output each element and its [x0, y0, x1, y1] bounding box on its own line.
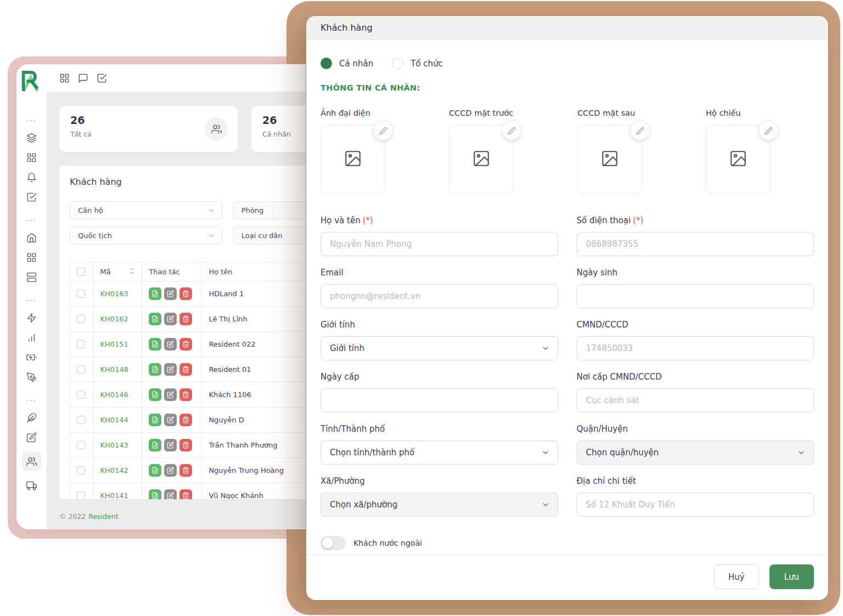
sidebar-item-bar-chart-icon[interactable] — [26, 332, 37, 343]
sidebar-item-edit-icon[interactable] — [26, 432, 37, 443]
stat-cards: 26Tất cả26Cá nhân — [59, 106, 316, 152]
customer-code: KH0163 — [93, 281, 142, 307]
chevron-down-icon — [207, 207, 215, 214]
edit-square-icon[interactable] — [164, 287, 177, 300]
sidebar-item-truck-icon[interactable] — [26, 480, 37, 491]
file-text-icon[interactable] — [149, 414, 161, 426]
sidebar-item-home-icon[interactable] — [26, 232, 37, 243]
row-checkbox[interactable] — [77, 365, 85, 374]
file-text-icon[interactable] — [149, 489, 161, 499]
noi-cap-cmnd-cccd-input[interactable] — [577, 388, 814, 412]
trash-icon[interactable] — [179, 489, 192, 499]
chat-icon[interactable] — [78, 73, 88, 83]
row-checkbox[interactable] — [77, 441, 85, 449]
trash-icon[interactable] — [179, 363, 192, 376]
pencil-icon[interactable] — [759, 121, 778, 140]
sidebar-item-server-icon[interactable] — [26, 272, 37, 282]
sidebar-item-check-square-icon[interactable] — [26, 191, 37, 202]
row-checkbox[interactable] — [77, 340, 85, 348]
dia-chi-chi-tiet-input[interactable] — [577, 493, 814, 517]
sidebar-item-grid-icon[interactable] — [26, 252, 37, 263]
chevron-down-icon — [541, 448, 550, 457]
edit-square-icon[interactable] — [164, 439, 177, 451]
upload-dropzone[interactable] — [706, 125, 771, 194]
edit-square-icon[interactable] — [164, 338, 177, 351]
ellipsis-icon: ··· — [26, 118, 37, 123]
field-label: Quận/Huyện — [577, 424, 814, 434]
field-label: Nơi cấp CMND/CCCD — [577, 372, 814, 382]
sidebar-item-bell-icon[interactable] — [26, 172, 37, 183]
upload-label: Ảnh đại diện — [321, 109, 385, 117]
trash-icon[interactable] — [179, 388, 192, 401]
radio-option[interactable]: Cá nhân — [321, 58, 373, 69]
sidebar: ············ — [16, 64, 47, 529]
file-text-icon[interactable] — [149, 363, 161, 376]
file-text-icon[interactable] — [149, 439, 161, 451]
row-checkbox[interactable] — [77, 466, 85, 474]
edit-square-icon[interactable] — [164, 313, 177, 325]
upload-dropzone[interactable] — [449, 125, 514, 194]
sidebar-item-grid-icon[interactable] — [26, 152, 37, 163]
row-actions — [149, 464, 195, 477]
check-square-icon[interactable] — [97, 73, 107, 83]
row-checkbox[interactable] — [77, 491, 85, 499]
sidebar-item-pen-tool-icon[interactable] — [26, 371, 37, 382]
edit-square-icon[interactable] — [164, 464, 177, 477]
column-header-ma[interactable]: Mã — [93, 263, 142, 281]
ho-va-ten-input[interactable] — [321, 232, 558, 256]
field-label: Địa chỉ chi tiết — [577, 476, 814, 486]
cmnd-cccd-input[interactable] — [577, 336, 814, 360]
file-text-icon[interactable] — [149, 464, 161, 477]
brand-link[interactable]: Resident — [88, 512, 118, 521]
email-input[interactable] — [321, 284, 558, 308]
gioi-tinh-select[interactable]: Giới tính — [321, 336, 558, 360]
file-text-icon[interactable] — [149, 338, 161, 351]
ngay-cap-input[interactable] — [321, 388, 558, 412]
foreign-guest-toggle[interactable] — [321, 536, 346, 550]
save-button[interactable]: Lưu — [769, 564, 814, 589]
sort-icon[interactable] — [130, 268, 134, 276]
upload-slot: Ảnh đại diện — [321, 109, 385, 194]
row-checkbox[interactable] — [77, 290, 85, 298]
sidebar-item-users-icon[interactable] — [22, 451, 42, 471]
select-all-checkbox[interactable] — [77, 268, 85, 276]
upload-dropzone[interactable] — [577, 125, 642, 194]
edit-square-icon[interactable] — [164, 414, 177, 426]
cancel-button[interactable]: Huỷ — [714, 564, 759, 589]
sidebar-item-battery-charging-icon[interactable] — [26, 352, 37, 363]
field-label: Họ và tên(*) — [321, 216, 558, 225]
upload-dropzone[interactable] — [321, 125, 385, 194]
sidebar-item-layers-icon[interactable] — [26, 132, 37, 143]
filter-can-ho-select[interactable]: Căn hộ — [70, 201, 222, 219]
so-dien-thoai-input[interactable] — [577, 232, 814, 256]
pencil-icon[interactable] — [502, 121, 521, 140]
quan-huyen-select[interactable]: Chọn quận/huyện — [577, 440, 814, 465]
trash-icon[interactable] — [179, 414, 192, 426]
trash-icon[interactable] — [179, 287, 192, 300]
row-checkbox[interactable] — [77, 391, 85, 399]
edit-square-icon[interactable] — [164, 489, 177, 499]
xa-phuong-select[interactable]: Chọn xã/phường — [321, 493, 558, 517]
pencil-icon[interactable] — [374, 121, 392, 140]
filter-loai-cu-dan-input[interactable]: Loại cư dân — [233, 227, 312, 245]
filter-phong-input[interactable]: Phòng — [233, 201, 312, 219]
pencil-icon[interactable] — [631, 121, 649, 140]
trash-icon[interactable] — [179, 439, 192, 451]
edit-square-icon[interactable] — [164, 388, 177, 401]
row-checkbox[interactable] — [77, 315, 85, 323]
file-text-icon[interactable] — [149, 388, 161, 401]
sidebar-item-zap-icon[interactable] — [26, 312, 37, 323]
ngay-sinh-input[interactable] — [577, 284, 814, 308]
row-checkbox[interactable] — [77, 416, 85, 424]
file-text-icon[interactable] — [149, 313, 161, 325]
radio-option[interactable]: Tổ chức — [392, 58, 443, 69]
trash-icon[interactable] — [179, 464, 192, 477]
tinh-thanh-pho-select[interactable]: Chọn tỉnh/thành phố — [321, 440, 558, 465]
file-text-icon[interactable] — [149, 287, 161, 300]
filter-quoc-tich-select[interactable]: Quốc tịch — [70, 227, 222, 245]
grid-icon[interactable] — [59, 73, 70, 83]
edit-square-icon[interactable] — [164, 363, 177, 376]
trash-icon[interactable] — [179, 313, 192, 325]
trash-icon[interactable] — [179, 338, 192, 351]
sidebar-item-feather-icon[interactable] — [26, 412, 37, 423]
